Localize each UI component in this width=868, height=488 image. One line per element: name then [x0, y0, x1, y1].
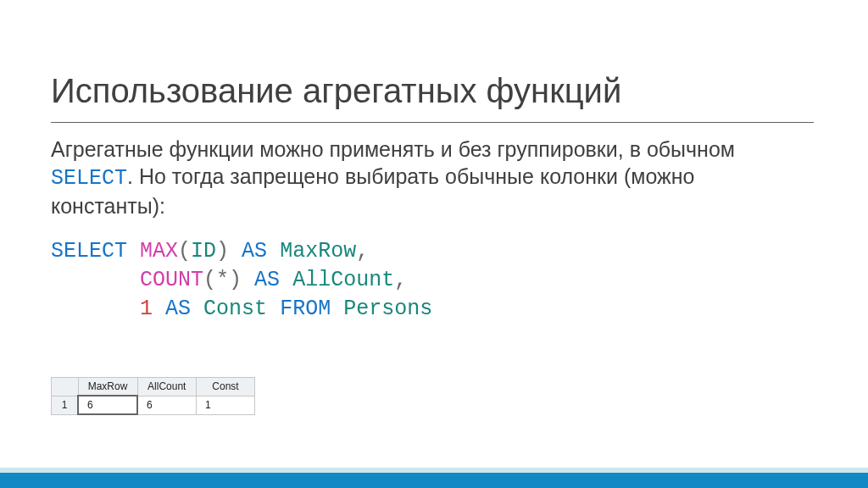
sql-comma: , [394, 268, 407, 292]
sql-punc: ) [229, 268, 242, 292]
page-title: Использование агрегатных функций [51, 72, 621, 110]
body-pre: Агрегатные функции можно применять и без… [51, 137, 735, 161]
sql-alias: AllCount [292, 268, 394, 292]
footer-accent-stripe [0, 468, 868, 473]
sql-pad [51, 268, 140, 292]
result-table: MaxRow AllCount Const 1 6 6 1 [51, 377, 255, 415]
sql-star: * [216, 268, 229, 292]
cell: 1 [197, 396, 255, 414]
sql-alias: Const [203, 297, 267, 321]
cell-selected: 6 [78, 396, 137, 414]
row-header-blank [52, 378, 79, 396]
sql-func: MAX [140, 239, 178, 263]
sql-keyword: AS [254, 268, 280, 292]
sql-punc: ( [203, 268, 216, 292]
col-header: AllCount [137, 378, 197, 396]
sql-func: COUNT [140, 268, 203, 292]
sql-number: 1 [140, 297, 153, 321]
table-row: 1 6 6 1 [52, 396, 255, 414]
footer-accent-bar [0, 473, 868, 488]
sql-keyword: SELECT [51, 239, 127, 263]
sql-keyword: AS [242, 239, 267, 263]
slide: Использование агрегатных функций Агрегат… [0, 0, 868, 488]
body-text: Агрегатные функции можно применять и без… [51, 136, 814, 219]
sql-alias: MaxRow [280, 239, 356, 263]
sql-ident: Persons [343, 297, 432, 321]
sql-code-block: SELECT MAX(ID) AS MaxRow, COUNT(*) AS Al… [51, 237, 432, 323]
sql-punc: ( [178, 239, 191, 263]
col-header: MaxRow [78, 378, 137, 396]
table-row-head: MaxRow AllCount Const [52, 378, 255, 396]
inline-select-keyword: SELECT [51, 166, 127, 191]
sql-pad [51, 297, 140, 321]
row-number: 1 [52, 396, 79, 414]
sql-punc: ) [216, 239, 229, 263]
sql-keyword: FROM [280, 297, 331, 321]
sql-keyword: AS [165, 297, 191, 321]
title-divider [51, 122, 814, 123]
sql-comma: , [356, 239, 369, 263]
sql-ident: ID [191, 239, 216, 263]
cell: 6 [137, 396, 197, 414]
body-post: . Но тогда запрещено выбирать обычные ко… [51, 164, 695, 218]
col-header: Const [197, 378, 255, 396]
